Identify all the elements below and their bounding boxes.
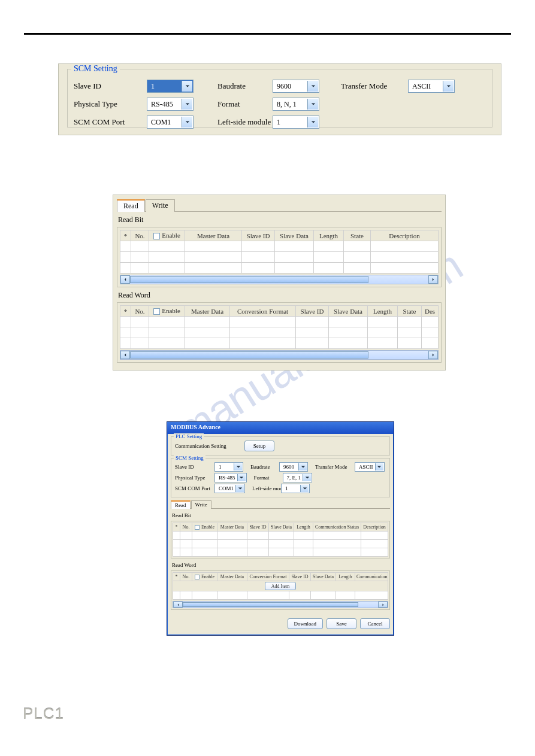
select-physical-type-dlg[interactable]: RS-485: [214, 473, 247, 482]
col-star: *: [173, 523, 180, 532]
read-bit-scrollbar[interactable]: [120, 275, 439, 284]
label-scm-com-port: SCM COM Port: [74, 117, 140, 127]
chevron-down-icon: [182, 117, 192, 127]
select-slave-id-dlg[interactable]: 1: [214, 462, 243, 472]
setup-button[interactable]: Setup: [244, 441, 274, 451]
label-format: Format: [217, 99, 265, 109]
dlg-read-bit-outer: * No. Enable Master Data Slave ID Slave …: [171, 521, 390, 558]
select-scm-com-port-dlg[interactable]: COM1: [214, 484, 245, 493]
select-physical-type[interactable]: RS-485: [147, 98, 194, 111]
label-scm-com-port: SCM COM Port: [175, 485, 211, 491]
col-description: Description: [361, 523, 388, 532]
col-enable: Enable: [192, 523, 217, 532]
checkbox-icon[interactable]: [153, 308, 160, 315]
col-slave-id: Slave ID: [296, 306, 329, 317]
label-physical-type: Physical Type: [175, 475, 211, 481]
read-bit-grid[interactable]: * No. Enable Master Data Slave ID Slave …: [120, 230, 439, 274]
chevron-down-icon: [182, 99, 192, 110]
col-comm-status: Communication Status: [313, 523, 361, 532]
read-word-scrollbar[interactable]: [120, 350, 439, 360]
col-slave-id: Slave ID: [242, 230, 275, 241]
scroll-right-icon[interactable]: [378, 602, 388, 608]
col-no: No.: [180, 573, 192, 581]
col-slave-id: Slave ID: [247, 523, 269, 532]
label-transfer-mode: Transfer Mode: [341, 81, 401, 91]
scroll-right-icon[interactable]: [428, 351, 438, 359]
col-enable: Enable: [149, 306, 185, 317]
modbus-advance-dialog: MODBUS Advance PLC Setting Communication…: [167, 421, 394, 636]
chevron-down-icon: [235, 485, 244, 492]
dialog-footer: Download Save Cancel: [167, 616, 394, 631]
col-conv-format: Conversion Format: [247, 573, 289, 581]
chevron-down-icon: [307, 81, 318, 92]
label-baudrate: Baudrate: [250, 464, 276, 470]
col-master-data: Master Data: [217, 523, 247, 532]
select-transfer-mode-dlg[interactable]: ASCII: [355, 462, 385, 472]
dlg-read-bit-title: Read Bit: [172, 512, 390, 518]
col-enable: Enable: [149, 230, 185, 241]
label-physical-type: Physical Type: [74, 99, 140, 109]
col-no: No.: [180, 523, 192, 532]
col-conv-format: Conversion Format: [230, 306, 296, 317]
read-word-title: Read Word: [118, 291, 442, 300]
col-master-data: Master Data: [217, 573, 247, 581]
read-bit-title: Read Bit: [118, 215, 442, 224]
plc-setting-fieldset: PLC Setting Communication Setting Setup: [171, 436, 390, 456]
chevron-down-icon: [237, 474, 246, 481]
col-master-data: Master Data: [185, 230, 242, 241]
col-slave-data: Slave Data: [275, 230, 314, 241]
col-no: No.: [131, 230, 149, 241]
dlg-read-word-grid[interactable]: * No. Enable Master Data Conversion Form…: [173, 572, 388, 600]
tab-write[interactable]: Write: [146, 199, 175, 212]
dlg-word-scrollbar[interactable]: [173, 601, 388, 608]
cancel-button[interactable]: Cancel: [360, 618, 390, 629]
chevron-down-icon: [298, 463, 307, 470]
chevron-down-icon: [375, 463, 383, 470]
dialog-title: MODBUS Advance: [167, 422, 394, 434]
checkbox-icon[interactable]: [153, 233, 160, 239]
col-state: State: [344, 230, 371, 241]
plc-setting-legend: PLC Setting: [174, 433, 204, 439]
select-baudrate[interactable]: 9600: [273, 80, 319, 93]
tab-write-dlg[interactable]: Write: [191, 500, 211, 509]
col-description: Description: [371, 230, 439, 241]
chevron-down-icon: [303, 474, 311, 481]
chevron-down-icon: [307, 99, 318, 110]
read-write-panel: Read Write Read Bit * No. Enable Master …: [113, 195, 446, 371]
add-item-button[interactable]: Add Item: [265, 582, 296, 590]
scroll-right-icon[interactable]: [428, 275, 438, 284]
select-left-module-dlg[interactable]: 1: [281, 484, 310, 493]
tabstrip: Read Write: [117, 199, 442, 212]
checkbox-icon[interactable]: [195, 525, 200, 530]
chevron-down-icon: [300, 485, 309, 492]
col-slave-data: Slave Data: [311, 573, 336, 581]
checkbox-icon[interactable]: [195, 575, 200, 579]
scroll-left-icon[interactable]: [120, 275, 130, 284]
scroll-left-icon[interactable]: [120, 351, 130, 359]
scroll-left-icon[interactable]: [173, 602, 183, 608]
page-rule-top: [24, 33, 511, 35]
dlg-read-bit-grid[interactable]: * No. Enable Master Data Slave ID Slave …: [173, 523, 388, 557]
tab-read-dlg[interactable]: Read: [171, 500, 191, 509]
col-star: *: [120, 230, 131, 241]
select-slave-id[interactable]: 1: [147, 80, 194, 93]
label-comm-setting: Communication Setting: [175, 443, 241, 449]
label-slave-id: Slave ID: [74, 81, 140, 91]
select-scm-com-port[interactable]: COM1: [147, 116, 194, 129]
save-button[interactable]: Save: [327, 618, 356, 629]
col-no: No.: [131, 306, 149, 317]
select-transfer-mode[interactable]: ASCII: [408, 80, 455, 93]
read-word-grid-outer: * No. Enable Master Data Conversion Form…: [117, 302, 442, 363]
tab-read[interactable]: Read: [117, 199, 145, 212]
scm-setting-legend: SCM Setting: [71, 64, 120, 74]
select-baudrate-dlg[interactable]: 9600: [279, 462, 308, 472]
read-word-grid[interactable]: * No. Enable Master Data Conversion Form…: [120, 305, 439, 349]
chevron-down-icon: [182, 81, 192, 92]
col-star: *: [173, 573, 180, 581]
tabstrip-dlg: Read Write: [171, 500, 390, 509]
select-left-module[interactable]: 1: [273, 116, 319, 129]
select-format-dlg[interactable]: 7, E, 1: [283, 473, 313, 482]
select-format[interactable]: 8, N, 1: [273, 98, 319, 111]
download-button[interactable]: Download: [288, 618, 324, 629]
col-length: Length: [294, 523, 313, 532]
